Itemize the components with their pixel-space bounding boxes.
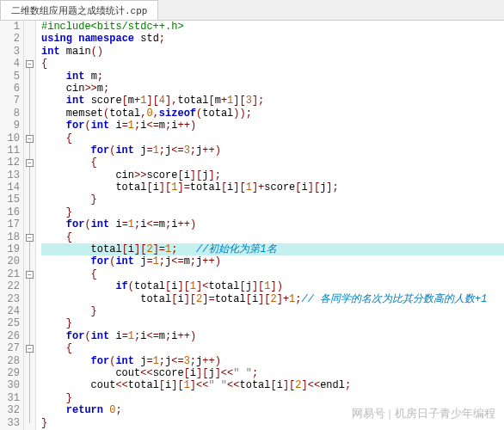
code-line: int m;	[41, 71, 504, 83]
file-tab[interactable]: 二维数组应用题之成绩统计.cpp	[0, 0, 158, 20]
code-line: #include<bits/stdc++.h>	[41, 21, 504, 33]
line-number: 26	[0, 330, 20, 342]
line-number: 23	[0, 293, 20, 305]
code-line: {	[41, 157, 504, 169]
line-number: 9	[0, 120, 20, 132]
code-line: int score[m+1][4],total[m+1][3];	[41, 95, 504, 107]
code-line: cout<<total[i][1]<<" "<<total[i][2]<<end…	[41, 379, 504, 391]
code-line: cin>>score[i][j];	[41, 169, 504, 181]
code-line: }	[41, 194, 504, 206]
line-number: 14	[0, 181, 20, 194]
tab-bar: 二维数组应用题之成绩统计.cpp	[0, 0, 504, 21]
line-number: 30	[0, 379, 20, 391]
line-number: 18	[0, 231, 20, 243]
line-number: 27	[0, 342, 20, 354]
line-number: 29	[0, 367, 20, 379]
code-line: total[i][2]=total[i][2]+1;// 各同学的名次为比其分数…	[41, 293, 504, 305]
line-number: 3	[0, 46, 20, 58]
line-number: 4	[0, 58, 20, 70]
line-number: 17	[0, 218, 20, 230]
code-line-highlighted: total[i][2]=1; //初始化为第1名	[41, 243, 504, 255]
code-line: for(int j=1;j<=m;j++)	[41, 255, 504, 267]
fold-toggle-icon[interactable]: −	[26, 345, 34, 353]
code-area[interactable]: #include<bits/stdc++.h> using namespace …	[36, 21, 504, 430]
line-number: 22	[0, 280, 20, 292]
watermark-brand: 网易号	[352, 407, 385, 420]
line-gutter: 1234567891011121314151617181920212223242…	[0, 21, 24, 430]
code-line: }	[41, 305, 504, 317]
line-number: 12	[0, 157, 20, 169]
line-number: 11	[0, 144, 20, 157]
fold-column: −−−−−−	[24, 21, 36, 430]
line-number: 13	[0, 169, 20, 181]
code-line: if(total[i][1]<total[j][1])	[41, 280, 504, 292]
fold-toggle-icon[interactable]: −	[26, 234, 34, 242]
line-number: 1	[0, 21, 20, 33]
line-number: 7	[0, 95, 20, 107]
line-number: 10	[0, 132, 20, 144]
line-number: 21	[0, 268, 20, 280]
line-number: 5	[0, 71, 20, 83]
fold-toggle-icon[interactable]: −	[26, 135, 34, 143]
code-line: {	[41, 231, 504, 243]
line-number: 32	[0, 404, 20, 416]
watermark: 网易号|机房日子青少年编程	[352, 406, 495, 421]
code-line: cout<<score[i][j]<<" ";	[41, 367, 504, 379]
line-number: 16	[0, 206, 20, 218]
code-line: for(int i=1;i<=m;i++)	[41, 120, 504, 132]
line-number: 24	[0, 305, 20, 317]
code-line: using namespace std;	[41, 33, 504, 45]
code-line: for(int i=1;i<=m;i++)	[41, 218, 504, 230]
code-line: cin>>m;	[41, 83, 504, 95]
fold-toggle-icon[interactable]: −	[26, 159, 34, 167]
line-number: 31	[0, 392, 20, 404]
line-number: 20	[0, 255, 20, 267]
line-number: 15	[0, 194, 20, 206]
code-line: }	[41, 317, 504, 329]
line-number: 8	[0, 108, 20, 120]
code-line: for(int i=1;i<=m;i++)	[41, 330, 504, 342]
code-line: {	[41, 268, 504, 280]
watermark-author: 机房日子青少年编程	[395, 407, 495, 420]
line-number: 6	[0, 83, 20, 95]
code-line: for(int j=1;j<=3;j++)	[41, 144, 504, 157]
code-line: }	[41, 206, 504, 218]
line-number: 33	[0, 417, 20, 429]
code-line: }	[41, 392, 504, 404]
code-line: for(int j=1;j<=3;j++)	[41, 355, 504, 367]
code-editor[interactable]: 1234567891011121314151617181920212223242…	[0, 21, 504, 430]
code-line: total[i][1]=total[i][1]+score[i][j];	[41, 181, 504, 194]
fold-toggle-icon[interactable]: −	[26, 60, 34, 68]
line-number: 19	[0, 243, 20, 255]
line-number: 28	[0, 355, 20, 367]
line-number: 2	[0, 33, 20, 45]
code-line: {	[41, 132, 504, 144]
fold-toggle-icon[interactable]: −	[26, 271, 34, 279]
code-line: int main()	[41, 46, 504, 58]
code-line: {	[41, 342, 504, 354]
code-line: memset(total,0,sizeof(total));	[41, 108, 504, 120]
code-line: {	[41, 58, 504, 70]
line-number: 25	[0, 317, 20, 329]
